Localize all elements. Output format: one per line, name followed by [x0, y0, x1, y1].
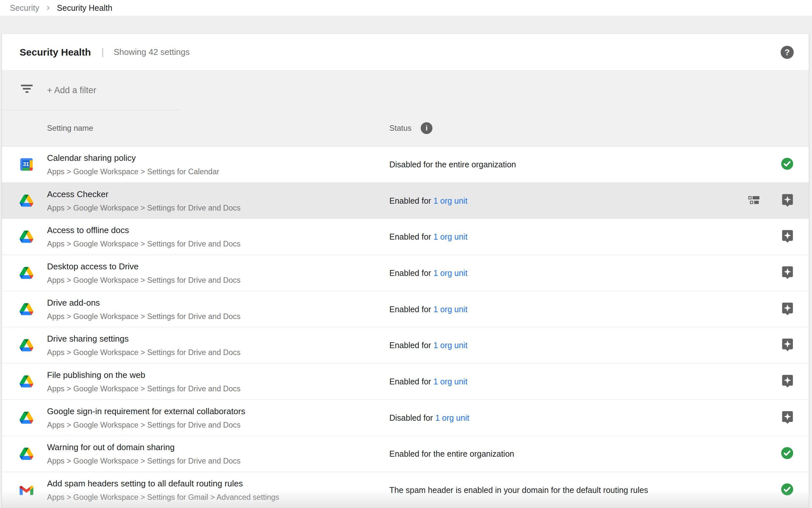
setting-name: Desktop access to Drive: [47, 261, 241, 271]
gmail-app-icon: [19, 485, 33, 495]
column-header-status: Status: [389, 124, 412, 133]
status-text: Enabled for the entire organization: [389, 449, 514, 458]
table-row[interactable]: File publishing on the web Apps > Google…: [2, 364, 809, 400]
setting-name: Calendar sharing policy: [47, 153, 219, 163]
recommendation-icon[interactable]: [780, 374, 795, 389]
setting-path: Apps > Google Workspace > Settings for C…: [47, 167, 219, 176]
title-separator: |: [101, 47, 104, 57]
setting-path: Apps > Google Workspace > Settings for D…: [47, 312, 241, 321]
drive-app-icon: [19, 230, 33, 243]
drive-app-icon: [19, 412, 33, 424]
status-text: Enabled for: [389, 268, 431, 277]
info-icon[interactable]: i: [421, 122, 432, 134]
setting-name: File publishing on the web: [47, 370, 241, 380]
breadcrumb-chevron-icon: ›: [46, 2, 50, 13]
status-text: Enabled for: [389, 304, 431, 313]
table-row[interactable]: Drive add-ons Apps > Google Workspace > …: [2, 291, 809, 328]
calendar-app-icon: 31: [19, 158, 33, 171]
filter-list-icon[interactable]: [21, 84, 33, 93]
setting-name: Drive sharing settings: [47, 334, 241, 344]
filter-section: + Add a filter Setting name Status i: [2, 71, 809, 146]
breadcrumb: Security › Security Health: [0, 0, 812, 16]
status-ok-icon: [781, 157, 794, 172]
page-title: Security Health: [19, 47, 91, 58]
setting-path: Apps > Google Workspace > Settings for D…: [47, 240, 241, 248]
setting-path: Apps > Google Workspace > Settings for D…: [47, 348, 241, 357]
setting-name: Access Checker: [47, 189, 241, 199]
drive-app-icon: [19, 375, 33, 388]
org-unit-link[interactable]: 1 org unit: [433, 268, 467, 277]
breadcrumb-current-page: Security Health: [57, 3, 112, 13]
setting-path: Apps > Google Workspace > Settings for D…: [47, 384, 241, 393]
org-scope-icon: [748, 196, 759, 205]
org-unit-link[interactable]: 1 org unit: [433, 232, 467, 241]
org-unit-link[interactable]: 1 org unit: [433, 196, 467, 205]
org-unit-link[interactable]: 1 org unit: [433, 341, 467, 350]
drive-app-icon: [19, 267, 33, 279]
table-row[interactable]: Desktop access to Drive Apps > Google Wo…: [2, 255, 809, 291]
table-row[interactable]: Google sign-in requirement for external …: [2, 400, 809, 436]
setting-path: Apps > Google Workspace > Settings for D…: [47, 420, 245, 429]
security-health-page: Security › Security Health Security Heal…: [0, 0, 812, 508]
table-row[interactable]: Drive sharing settings Apps > Google Wor…: [2, 327, 809, 364]
setting-path: Apps > Google Workspace > Settings for G…: [47, 493, 279, 502]
filter-row: + Add a filter: [2, 71, 809, 110]
drive-app-icon: [19, 448, 33, 460]
table-column-headers: Setting name Status i: [2, 110, 809, 146]
column-header-setting-name: Setting name: [47, 124, 93, 133]
setting-name: Access to offline docs: [47, 225, 241, 236]
status-text: The spam header is enabled in your domai…: [389, 485, 648, 495]
status-text: Enabled for: [389, 341, 431, 350]
table-row[interactable]: Add spam headers setting to all default …: [2, 472, 809, 508]
help-icon[interactable]: ?: [781, 46, 794, 59]
org-unit-link[interactable]: 1 org unit: [433, 304, 467, 313]
drive-app-icon: [19, 339, 33, 352]
setting-path: Apps > Google Workspace > Settings for D…: [47, 203, 241, 212]
recommendation-icon[interactable]: [780, 265, 795, 281]
recommendation-icon[interactable]: [780, 301, 795, 317]
recommendation-icon[interactable]: [780, 337, 795, 353]
settings-table: 31 Calendar sharing policy Apps > Google…: [2, 146, 809, 508]
setting-name: Google sign-in requirement for external …: [47, 406, 245, 416]
status-text: Enabled for: [389, 377, 431, 386]
setting-name: Warning for out of domain sharing: [47, 442, 241, 453]
column-header-status-group: Status i: [389, 122, 432, 134]
add-filter-button[interactable]: + Add a filter: [47, 85, 96, 95]
org-unit-link[interactable]: 1 org unit: [433, 377, 467, 386]
status-text: Enabled for: [389, 232, 431, 241]
card-header: Security Health | Showing 42 settings ?: [2, 34, 809, 71]
setting-path: Apps > Google Workspace > Settings for D…: [47, 276, 241, 284]
setting-name: Add spam headers setting to all default …: [47, 478, 279, 489]
status-ok-icon: [781, 447, 794, 461]
table-row[interactable]: Warning for out of domain sharing Apps >…: [2, 436, 809, 472]
status-text: Disabled for the entire organization: [389, 160, 516, 169]
svg-text:31: 31: [23, 161, 29, 167]
table-row[interactable]: Access Checker Apps > Google Workspace >…: [2, 183, 809, 219]
status-text: Enabled for: [389, 196, 431, 205]
security-health-card: Security Health | Showing 42 settings ? …: [2, 34, 809, 508]
recommendation-icon[interactable]: [780, 229, 795, 245]
setting-path: Apps > Google Workspace > Settings for D…: [47, 457, 241, 466]
org-unit-link[interactable]: 1 org unit: [435, 413, 469, 422]
breadcrumb-security[interactable]: Security: [10, 3, 39, 13]
drive-app-icon: [19, 195, 33, 207]
status-text: Disabled for: [389, 413, 433, 422]
settings-count: Showing 42 settings: [114, 47, 190, 57]
recommendation-icon[interactable]: [780, 410, 795, 426]
setting-name: Drive add-ons: [47, 297, 241, 308]
status-ok-icon: [781, 483, 794, 497]
recommendation-icon[interactable]: [780, 193, 795, 209]
table-row[interactable]: Access to offline docs Apps > Google Wor…: [2, 219, 809, 255]
table-row[interactable]: 31 Calendar sharing policy Apps > Google…: [2, 146, 809, 183]
drive-app-icon: [19, 303, 33, 315]
